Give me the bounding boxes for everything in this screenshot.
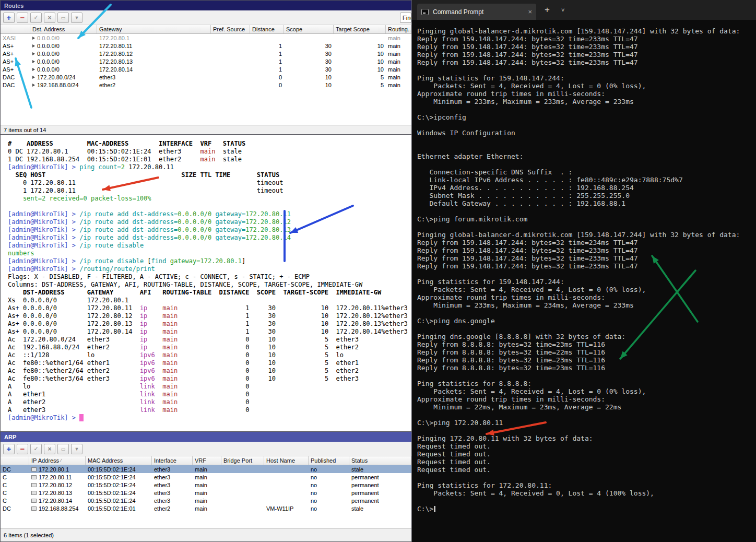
table-cell: main: [193, 489, 221, 497]
column-header[interactable]: Distance: [250, 25, 284, 33]
route-row[interactable]: DAC172.20.80.0/24ether30105main: [1, 73, 411, 81]
table-cell: [334, 34, 386, 42]
column-header[interactable]: Dst. Address: [30, 25, 97, 33]
table-cell: [211, 34, 250, 42]
table-cell: [221, 489, 264, 497]
cmd-line: C:\>ipconfig: [417, 113, 756, 121]
find-button[interactable]: Find: [400, 13, 411, 23]
arp-row[interactable]: DC172.20.80.100:15:5D:02:1E:24ether3main…: [1, 465, 411, 473]
close-tab-icon[interactable]: ×: [528, 8, 532, 16]
column-header[interactable]: Interface: [152, 456, 193, 465]
terminal-line: [admin@MikroTik] >: [8, 414, 411, 422]
table-cell: ether3: [152, 473, 193, 481]
routes-toolbar: Find +−✓×▭▼: [1, 10, 411, 25]
table-cell: C: [1, 489, 29, 497]
table-cell: [221, 465, 264, 473]
routes-window: Routes Find +−✓×▭▼ Dst. AddressGatewayPr…: [0, 0, 412, 135]
column-header[interactable]: Target Scope: [334, 25, 386, 33]
table-cell: 172.20.80.1: [97, 34, 211, 42]
table-cell: 172.20.80.12: [97, 50, 211, 57]
arp-statusbar: 6 items (1 selected): [1, 528, 411, 541]
table-cell: main: [386, 57, 411, 65]
cmd-titlebar[interactable]: Command Prompt × + ˅: [412, 0, 756, 20]
filter-icon[interactable]: ▼: [71, 13, 82, 23]
sort-icon: ∕: [61, 458, 62, 463]
table-cell: 30: [284, 42, 334, 50]
table-cell: 172.20.80.11: [97, 42, 211, 50]
disable-icon[interactable]: ×: [44, 444, 55, 454]
mikrotik-terminal[interactable]: # ADDRESS MAC-ADDRESS INTERFACE VRF STAT…: [0, 135, 412, 431]
routes-titlebar[interactable]: Routes: [1, 1, 411, 10]
arp-row[interactable]: C172.20.80.1400:15:5D:02:1E:24ether3main…: [1, 497, 411, 504]
route-row[interactable]: XASI0.0.0.0/0172.20.80.1main: [1, 34, 411, 42]
add-icon[interactable]: +: [3, 444, 15, 454]
add-icon[interactable]: +: [3, 13, 15, 23]
column-header[interactable]: IP Address∕: [29, 456, 86, 465]
table-cell: AS+: [1, 42, 30, 50]
remove-icon[interactable]: −: [17, 444, 28, 454]
cmd-line: Request timed out.: [417, 442, 756, 450]
table-cell: DC: [1, 504, 29, 512]
terminal-line: SEQ HOST SIZE TTL TIME STATUS: [8, 171, 411, 179]
column-header[interactable]: MAC Address: [86, 456, 152, 465]
cmd-line: Minimum = 233ms, Maximum = 234ms, Averag…: [417, 301, 756, 309]
arp-row[interactable]: DC192.168.88.25400:15:5D:02:1E:01ether2m…: [1, 504, 411, 512]
route-row[interactable]: AS+0.0.0.0/0172.20.80.1113010main: [1, 42, 411, 50]
arp-row[interactable]: C172.20.80.1100:15:5D:02:1E:24ether3main…: [1, 473, 411, 481]
table-cell: [221, 497, 264, 504]
route-row[interactable]: AS+0.0.0.0/0172.20.80.1413010main: [1, 65, 411, 73]
column-header[interactable]: Routing...: [386, 25, 411, 33]
cmd-line: [417, 325, 756, 333]
column-header[interactable]: Host Name: [264, 456, 309, 465]
cmd-line: [417, 223, 756, 231]
filter-icon[interactable]: ▼: [71, 444, 82, 454]
column-header[interactable]: Scope: [284, 25, 334, 33]
tab-dropdown-icon[interactable]: ˅: [561, 7, 564, 13]
remove-icon[interactable]: −: [17, 13, 28, 23]
column-header[interactable]: [1, 25, 30, 33]
column-header[interactable]: Status: [349, 456, 411, 465]
comment-icon[interactable]: ▭: [57, 13, 69, 23]
table-cell: 1: [250, 57, 284, 65]
column-header[interactable]: VRF: [193, 456, 221, 465]
new-tab-button[interactable]: +: [545, 5, 550, 15]
cmd-line: Minimum = 22ms, Maximum = 23ms, Average …: [417, 403, 756, 411]
table-cell: [211, 65, 250, 73]
route-row[interactable]: AS+0.0.0.0/0172.20.80.1213010main: [1, 50, 411, 57]
table-cell: ether2: [97, 81, 211, 89]
route-row[interactable]: DAC192.168.88.0/24ether20105main: [1, 81, 411, 89]
column-header[interactable]: [1, 456, 29, 465]
enable-icon[interactable]: ✓: [30, 13, 42, 23]
terminal-line: [admin@MikroTik] > /ip route add dst-add…: [8, 234, 411, 242]
terminal-line: [admin@MikroTik] > /ip route add dst-add…: [8, 226, 411, 234]
enable-icon[interactable]: ✓: [30, 444, 42, 454]
arp-row[interactable]: C172.20.80.1300:15:5D:02:1E:24ether3main…: [1, 489, 411, 497]
column-header[interactable]: Pref. Source: [211, 25, 250, 33]
arp-row[interactable]: C172.20.80.1200:15:5D:02:1E:24ether3main…: [1, 481, 411, 489]
cmd-line: [417, 309, 756, 317]
arp-titlebar[interactable]: ARP: [1, 432, 411, 442]
routes-table: XASI0.0.0.0/0172.20.80.1mainAS+0.0.0.0/0…: [1, 34, 411, 125]
column-header[interactable]: Gateway: [97, 25, 211, 33]
column-header[interactable]: Bridge Port: [221, 456, 264, 465]
arp-entry-icon: [31, 475, 37, 479]
table-cell: 192.168.88.254: [29, 504, 86, 512]
cmd-line: Reply from 159.148.147.244: bytes=32 tim…: [417, 35, 756, 43]
comment-icon[interactable]: ▭: [57, 444, 69, 454]
tab-command-prompt[interactable]: Command Prompt ×: [417, 4, 536, 20]
routes-statusbar: 7 items out of 14: [1, 125, 411, 134]
terminal-line: [admin@MikroTik] > /ip route disable: [8, 242, 411, 250]
column-header[interactable]: Published: [309, 456, 349, 465]
terminal-line: [admin@MikroTik] > /ip route disable [fi…: [8, 257, 411, 265]
table-cell: [221, 473, 264, 481]
terminal-line: A ether1 link main 0: [8, 391, 411, 398]
table-cell: 172.20.80.11: [29, 473, 86, 481]
cmd-output[interactable]: Pinging global-balancer-d.mikrotik.com […: [412, 20, 756, 542]
cmd-line: [417, 497, 756, 505]
table-cell: 10: [334, 57, 386, 65]
table-cell: 1: [250, 50, 284, 57]
terminal-line: 0 172.20.80.11 timeout: [8, 179, 411, 187]
disable-icon[interactable]: ×: [44, 13, 55, 23]
route-row[interactable]: AS+0.0.0.0/0172.20.80.1313010main: [1, 57, 411, 65]
terminal-line: As+ 0.0.0.0/0 172.20.80.13 ip main 1 30 …: [8, 320, 411, 328]
